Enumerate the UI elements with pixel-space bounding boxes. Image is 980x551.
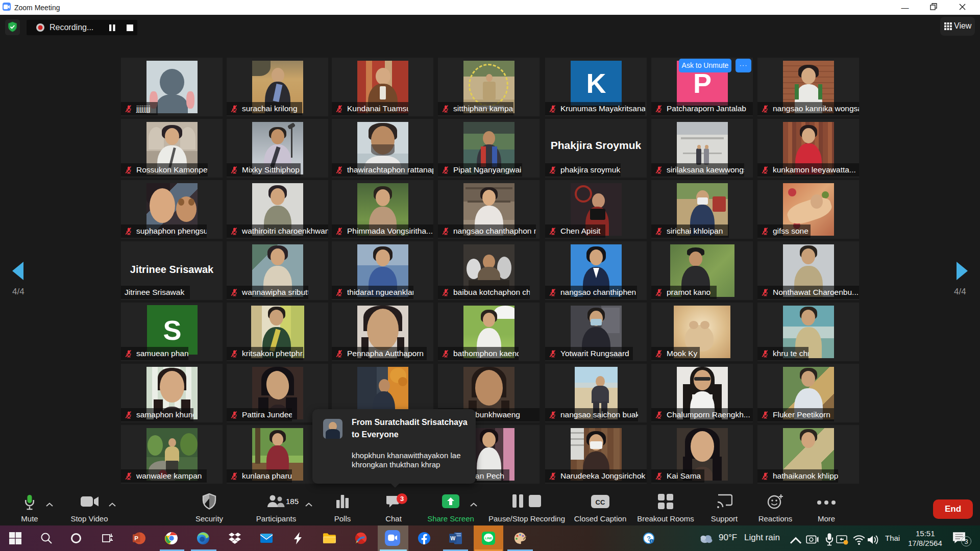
svg-text:W: W: [450, 535, 455, 541]
svg-text:P: P: [134, 535, 138, 541]
svg-text:i: i: [651, 539, 652, 543]
svg-text:CC: CC: [596, 498, 605, 506]
svg-text:LINE: LINE: [485, 536, 492, 540]
